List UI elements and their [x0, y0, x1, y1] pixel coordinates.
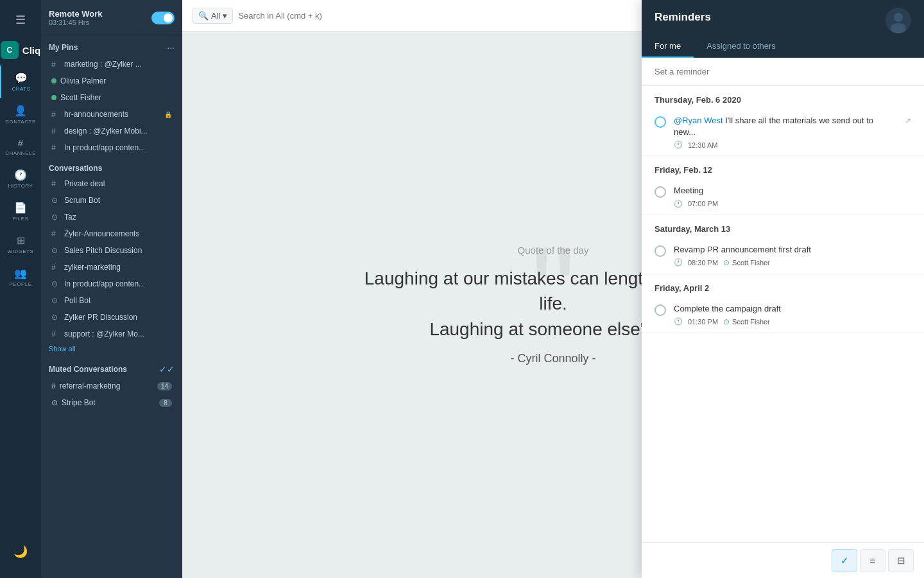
show-all-link[interactable]: Show all — [41, 342, 182, 358]
conv-salespitch[interactable]: ⊙ Sales Pitch Discussion — [44, 243, 180, 258]
search-icon: 🔍 — [198, 11, 209, 21]
search-filter-dropdown[interactable]: 🔍 All ▾ — [193, 8, 233, 24]
history-icon: 🕐 — [14, 169, 27, 181]
reminder-checkbox[interactable] — [654, 116, 666, 128]
contacts-icon: 👤 — [14, 105, 27, 117]
files-icon: 📄 — [14, 202, 27, 214]
nav-item-channels[interactable]: # CHANNELS — [0, 131, 41, 162]
conv-marketing2[interactable]: # zylker-marketing — [44, 259, 180, 275]
nav-top: ☰ C Cliq 💬 CHATS 👤 CONTACTS # CHANNELS 🕐… — [0, 5, 41, 293]
conv-label: Taz — [64, 213, 76, 222]
conv-inproduct2[interactable]: ⊙ In product/app conten... — [44, 276, 180, 292]
conv-zyler[interactable]: # Zyler-Announcements — [44, 226, 180, 241]
conv-label: In product/app conten... — [64, 279, 145, 288]
reminders-footer: ✓ ≡ ⊟ — [642, 542, 924, 578]
conv-taz[interactable]: ⊙ Taz — [44, 209, 180, 225]
tab-for-me[interactable]: For me — [642, 35, 694, 57]
footer-check-button[interactable]: ✓ — [832, 549, 857, 572]
conv-privatedeal[interactable]: # Private deal — [44, 176, 180, 191]
nav-item-chats[interactable]: 💬 CHATS — [0, 66, 41, 98]
footer-list-button[interactable]: ≡ — [860, 549, 886, 572]
pin-olivia[interactable]: Olivia Palmer — [44, 73, 180, 89]
conv-pollbot[interactable]: ⊙ Poll Bot — [44, 293, 180, 308]
bot-icon: ⊙ — [51, 296, 60, 305]
reminder-item: @Ryan West I'll share all the materials … — [642, 110, 924, 156]
reminder-text: @Ryan West I'll share all the materials … — [674, 115, 897, 138]
workspace-toggle[interactable] — [151, 12, 175, 24]
muted-header: Muted Conversations ✓✓ — [41, 358, 182, 378]
nav-item-widgets[interactable]: ⊞ WIDGETS — [0, 228, 41, 261]
reminders-panel: Reminders ✕ For me Assigned to others Th… — [642, 0, 924, 578]
reminder-text: Meeting — [674, 185, 911, 197]
bot-icon: ⊙ — [51, 213, 60, 222]
conversation-sidebar: Remote Work 03:31:45 Hrs My Pins ··· # m… — [41, 0, 182, 578]
muted-referral[interactable]: # referral-marketing 14 — [44, 378, 180, 394]
hash-icon: # — [51, 60, 60, 69]
workspace-header: Remote Work 03:31:45 Hrs — [41, 0, 182, 36]
reminders-list: Thursday, Feb. 6 2020 @Ryan West I'll sh… — [642, 86, 924, 578]
assignee-name: Scott Fisher — [732, 318, 770, 326]
pins-menu[interactable]: ··· — [167, 42, 175, 53]
logo-area: C Cliq — [0, 35, 41, 66]
hash-icon: # — [51, 179, 60, 188]
pin-scott[interactable]: Scott Fisher — [44, 90, 180, 105]
pins-header: My Pins ··· — [41, 36, 182, 56]
pin-label: Olivia Palmer — [60, 76, 106, 85]
external-link-icon[interactable]: ↗ — [905, 116, 911, 125]
theme-toggle-icon[interactable]: 🌙 — [7, 538, 34, 565]
mention-link[interactable]: @Ryan West — [674, 116, 723, 125]
reminder-checkbox[interactable] — [654, 245, 666, 257]
reminders-header: Reminders ✕ — [642, 0, 924, 35]
bot-icon: ⊙ — [51, 279, 60, 288]
reminders-tabs: For me Assigned to others — [642, 35, 924, 58]
hash-icon: # — [51, 143, 60, 152]
widgets-icon: ⊞ — [17, 234, 25, 247]
pin-marketing[interactable]: # marketing : @Zylker ... — [44, 57, 180, 72]
reminder-meta: 🕐 08:30 PM ⊙ Scott Fisher — [674, 258, 911, 267]
footer-filter-button[interactable]: ⊟ — [888, 549, 914, 572]
reminder-time: 01:30 PM — [688, 318, 718, 326]
clock-icon: 🕐 — [674, 141, 683, 149]
header-right: ✕ — [902, 10, 911, 24]
muted-stripebot[interactable]: ⊙ Stripe Bot 8 — [44, 395, 180, 410]
pin-label: hr-announcements — [64, 110, 128, 119]
lock-icon: 🔒 — [164, 111, 172, 118]
bot-icon: ⊙ — [51, 246, 60, 255]
badge-count: 8 — [159, 399, 172, 407]
cliq-logo-icon: C — [1, 41, 19, 59]
pin-hr[interactable]: # hr-announcements 🔒 — [44, 107, 180, 122]
bot-icon: ⊙ — [51, 196, 60, 205]
pin-design[interactable]: # design : @Zylker Mobi... — [44, 123, 180, 139]
hamburger-button[interactable]: ☰ — [0, 5, 41, 35]
muted-label: referral-marketing — [60, 381, 121, 390]
conv-label: Poll Bot — [64, 296, 90, 305]
quote-label: Quote of the day — [518, 245, 589, 256]
conv-scrumbot[interactable]: ⊙ Scrum Bot — [44, 193, 180, 208]
assignee-icon: ⊙ — [723, 258, 730, 267]
workspace-name: Remote Work — [49, 9, 103, 19]
reminder-item: Revamp PR announcement first draft 🕐 08:… — [642, 239, 924, 274]
muted-icon: ✓✓ — [159, 364, 175, 374]
nav-item-history[interactable]: 🕐 HISTORY — [0, 162, 41, 195]
hash-icon: # — [51, 110, 60, 119]
reminder-content: Complete the campaign draft 🕐 01:30 PM ⊙… — [674, 303, 911, 326]
conv-zylkerpr[interactable]: ⊙ Zylker PR Discussion — [44, 310, 180, 325]
people-icon: 👥 — [14, 267, 27, 279]
nav-bottom: 🌙 — [7, 538, 34, 573]
conv-label: Private deal — [64, 179, 105, 188]
reminders-title: Reminders — [654, 11, 711, 24]
icon-nav: ☰ C Cliq 💬 CHATS 👤 CONTACTS # CHANNELS 🕐… — [0, 0, 41, 578]
conv-support[interactable]: # support : @Zylker Mo... — [44, 326, 180, 342]
reminder-date-header: Friday, Feb. 12 — [642, 156, 924, 180]
reminder-meta: 🕐 12:30 AM — [674, 141, 897, 149]
nav-item-files[interactable]: 📄 FILES — [0, 195, 41, 228]
conv-label: support : @Zylker Mo... — [64, 329, 144, 338]
pin-inproduct[interactable]: # In product/app conten... — [44, 140, 180, 155]
nav-item-contacts[interactable]: 👤 CONTACTS — [0, 98, 41, 131]
tab-assigned[interactable]: Assigned to others — [694, 35, 789, 57]
nav-item-people[interactable]: 👥 PEOPLE — [0, 261, 41, 293]
reminder-time: 08:30 PM — [688, 259, 718, 267]
reminder-set-input[interactable] — [642, 58, 924, 86]
reminder-checkbox[interactable] — [654, 186, 666, 198]
reminder-checkbox[interactable] — [654, 304, 666, 316]
